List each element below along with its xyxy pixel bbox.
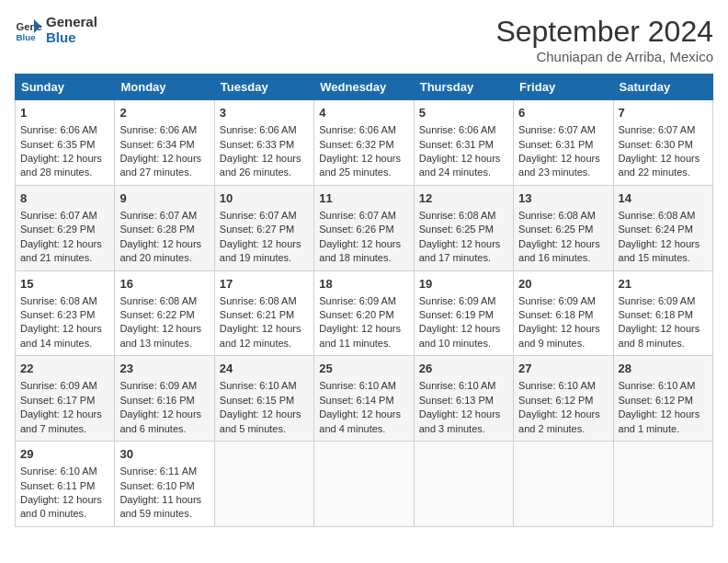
day-info-line: and 24 minutes. — [419, 166, 508, 179]
calendar-cell: 7Sunrise: 6:07 AMSunset: 6:30 PMDaylight… — [613, 100, 712, 186]
header-cell-thursday: Thursday — [414, 75, 513, 100]
day-info-line: Daylight: 12 hours — [119, 408, 209, 421]
day-info-line: Sunset: 6:25 PM — [419, 223, 508, 236]
day-info-line: Sunset: 6:29 PM — [20, 223, 109, 236]
day-info-line: Sunrise: 6:09 AM — [518, 294, 608, 308]
day-number: 3 — [220, 105, 309, 121]
header-cell-sunday: Sunday — [16, 75, 115, 100]
day-info-line: Daylight: 12 hours — [518, 408, 608, 421]
calendar-cell — [414, 442, 513, 527]
day-info-line: and 20 minutes. — [119, 251, 209, 265]
day-info-line: Daylight: 12 hours — [220, 322, 309, 336]
calendar-body: 1Sunrise: 6:06 AMSunset: 6:35 PMDaylight… — [16, 100, 713, 527]
day-info-line: Daylight: 12 hours — [20, 322, 109, 336]
header-cell-friday: Friday — [514, 75, 613, 100]
page-subtitle: Chuniapan de Arriba, Mexico — [495, 49, 713, 64]
day-info-line: Sunrise: 6:08 AM — [20, 294, 109, 308]
day-number: 21 — [619, 276, 708, 293]
day-number: 16 — [119, 276, 209, 293]
calendar-week-row: 29Sunrise: 6:10 AMSunset: 6:11 PMDayligh… — [16, 442, 713, 527]
day-info-line: Sunset: 6:27 PM — [220, 223, 309, 236]
logo-line1: General — [46, 15, 97, 30]
day-info-line: Sunrise: 6:06 AM — [119, 123, 209, 137]
day-info-line: and 27 minutes. — [119, 166, 209, 179]
day-info-line: Sunset: 6:31 PM — [419, 138, 508, 152]
day-info-line: and 18 minutes. — [319, 251, 408, 265]
page-title: September 2024 — [495, 15, 713, 49]
day-info-line: Daylight: 12 hours — [20, 408, 109, 421]
calendar-cell: 25Sunrise: 6:10 AMSunset: 6:14 PMDayligh… — [314, 356, 414, 442]
day-info-line: Daylight: 12 hours — [419, 152, 508, 166]
day-info-line: Sunrise: 6:07 AM — [518, 123, 608, 137]
day-info-line: Daylight: 11 hours — [119, 493, 209, 507]
day-info-line: Sunset: 6:10 PM — [119, 479, 209, 493]
day-info-line: Sunset: 6:18 PM — [619, 308, 708, 322]
day-info-line: Daylight: 12 hours — [20, 493, 109, 507]
header-cell-saturday: Saturday — [613, 75, 712, 100]
day-info-line: Sunrise: 6:07 AM — [319, 209, 408, 223]
day-info-line: Sunset: 6:19 PM — [419, 308, 508, 322]
calendar-week-row: 22Sunrise: 6:09 AMSunset: 6:17 PMDayligh… — [16, 356, 713, 442]
header-cell-wednesday: Wednesday — [314, 75, 414, 100]
day-number: 4 — [319, 105, 408, 121]
day-info-line: Sunrise: 6:07 AM — [20, 209, 109, 223]
day-info-line: Daylight: 12 hours — [619, 408, 708, 421]
day-number: 17 — [220, 276, 309, 293]
day-info-line: Sunset: 6:13 PM — [419, 394, 508, 408]
day-info-line: Sunset: 6:15 PM — [220, 394, 309, 408]
day-info-line: Daylight: 12 hours — [619, 322, 708, 336]
calendar-week-row: 8Sunrise: 6:07 AMSunset: 6:29 PMDaylight… — [16, 185, 713, 270]
day-info-line: Sunrise: 6:10 AM — [619, 379, 708, 393]
day-info-line: and 12 minutes. — [220, 337, 309, 350]
day-number: 27 — [518, 361, 608, 377]
day-info-line: and 11 minutes. — [319, 337, 408, 350]
day-info-line: and 8 minutes. — [619, 337, 708, 350]
calendar-cell: 27Sunrise: 6:10 AMSunset: 6:12 PMDayligh… — [514, 356, 613, 442]
day-info-line: Sunrise: 6:08 AM — [220, 294, 309, 308]
calendar-cell — [514, 442, 613, 527]
day-info-line: Daylight: 12 hours — [319, 152, 408, 166]
day-number: 10 — [220, 190, 309, 207]
day-number: 19 — [419, 276, 508, 293]
day-number: 28 — [619, 361, 708, 377]
day-info-line: Daylight: 12 hours — [619, 152, 708, 166]
day-info-line: Sunrise: 6:09 AM — [419, 294, 508, 308]
day-info-line: Sunrise: 6:10 AM — [419, 379, 508, 393]
calendar-cell — [314, 442, 414, 527]
day-info-line: Sunrise: 6:09 AM — [20, 379, 109, 393]
day-info-line: Sunrise: 6:09 AM — [319, 294, 408, 308]
day-info-line: Sunset: 6:25 PM — [518, 223, 608, 236]
day-info-line: and 26 minutes. — [220, 166, 309, 179]
calendar-cell: 6Sunrise: 6:07 AMSunset: 6:31 PMDaylight… — [514, 100, 613, 186]
day-info-line: Sunset: 6:32 PM — [319, 138, 408, 152]
day-info-line: and 59 minutes. — [119, 507, 209, 521]
day-info-line: Sunrise: 6:08 AM — [419, 209, 508, 223]
day-number: 8 — [20, 190, 109, 207]
calendar-cell: 14Sunrise: 6:08 AMSunset: 6:24 PMDayligh… — [613, 185, 712, 270]
day-info-line: Sunrise: 6:09 AM — [619, 294, 708, 308]
day-number: 9 — [119, 190, 209, 207]
day-number: 6 — [518, 105, 608, 121]
day-info-line: Sunset: 6:20 PM — [319, 308, 408, 322]
calendar-cell: 18Sunrise: 6:09 AMSunset: 6:20 PMDayligh… — [314, 270, 414, 356]
day-info-line: Sunset: 6:24 PM — [619, 223, 708, 236]
day-info-line: Daylight: 12 hours — [319, 322, 408, 336]
day-number: 5 — [419, 105, 508, 121]
calendar-cell: 1Sunrise: 6:06 AMSunset: 6:35 PMDaylight… — [16, 100, 115, 186]
calendar-cell: 13Sunrise: 6:08 AMSunset: 6:25 PMDayligh… — [514, 185, 613, 270]
day-info-line: Daylight: 12 hours — [419, 237, 508, 251]
calendar-cell: 2Sunrise: 6:06 AMSunset: 6:34 PMDaylight… — [115, 100, 214, 186]
title-block: September 2024 Chuniapan de Arriba, Mexi… — [495, 15, 713, 64]
day-info-line: and 17 minutes. — [419, 251, 508, 265]
logo-line2: Blue — [46, 30, 97, 46]
day-info-line: Sunrise: 6:07 AM — [619, 123, 708, 137]
day-number: 22 — [20, 361, 109, 377]
day-info-line: and 14 minutes. — [20, 337, 109, 350]
day-info-line: Daylight: 12 hours — [20, 152, 109, 166]
day-number: 24 — [220, 361, 309, 377]
day-info-line: Daylight: 12 hours — [518, 322, 608, 336]
day-number: 13 — [518, 190, 608, 207]
day-info-line: and 28 minutes. — [20, 166, 109, 179]
day-info-line: Daylight: 12 hours — [220, 152, 309, 166]
calendar-cell: 23Sunrise: 6:09 AMSunset: 6:16 PMDayligh… — [115, 356, 214, 442]
